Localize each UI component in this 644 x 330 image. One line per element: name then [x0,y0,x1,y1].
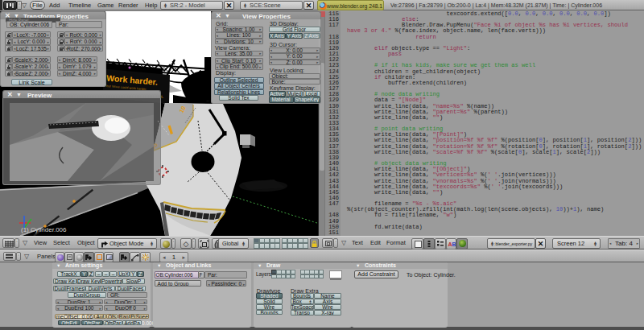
svg-text:t.: t. [161,94,164,99]
svg-text:(1) Cylinder.006: (1) Cylinder.006 [21,226,67,233]
